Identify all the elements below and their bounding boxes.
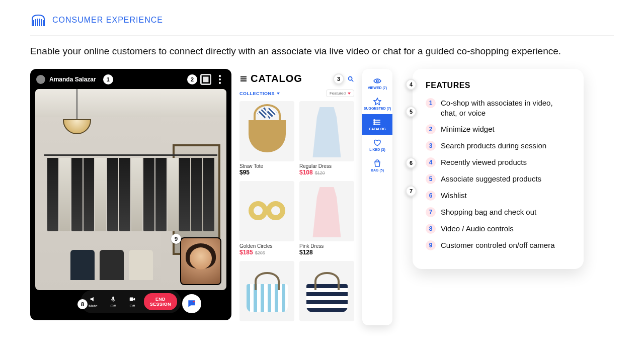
product-price: $95: [239, 169, 294, 176]
rail-liked[interactable]: LIKED (3): [362, 135, 392, 155]
feature-text: Wishlist: [441, 191, 467, 201]
feature-item: 6Wishlist: [426, 191, 571, 201]
feature-number: 3: [426, 141, 436, 151]
svg-point-8: [219, 78, 221, 80]
app-widget: Amanda Salazar 1 2: [30, 69, 392, 325]
menu-icon[interactable]: [239, 75, 248, 83]
product-card[interactable]: Regular Dress $108$120: [299, 101, 354, 176]
feature-item: 5Associate suggested products: [426, 174, 571, 184]
rail-catalog[interactable]: CATALOG: [362, 114, 392, 135]
callout-6: 6: [406, 157, 417, 168]
camera-toggle[interactable]: Off: [125, 295, 140, 309]
svg-point-18: [376, 80, 378, 82]
minimize-icon[interactable]: [200, 74, 211, 85]
feature-item: 3Search products during session: [426, 141, 571, 151]
svg-rect-11: [130, 297, 133, 301]
feature-number: 1: [426, 98, 436, 108]
product-card[interactable]: Pink Dress $128: [299, 181, 354, 256]
heart-icon: [373, 139, 381, 147]
feature-text: Search products during session: [441, 141, 546, 151]
feature-item: 9Customer controled on/off camera: [426, 240, 571, 250]
callout-8: 8: [77, 299, 88, 309]
list-icon: [373, 118, 381, 126]
side-rail: VIEWED (7) SUGGESTED (7) CATALOG LIKED (…: [362, 69, 392, 325]
feature-number: 9: [426, 240, 436, 250]
customer-self-video[interactable]: [180, 237, 221, 285]
product-card[interactable]: [239, 261, 294, 321]
star-icon: [373, 98, 381, 106]
product-price: $128: [299, 249, 354, 256]
product-card[interactable]: [299, 261, 354, 321]
svg-point-23: [374, 122, 375, 123]
feature-text: Co-shop with associates in video, chat, …: [441, 98, 571, 118]
end-session-button[interactable]: END SESSION: [144, 293, 177, 310]
rail-suggested[interactable]: SUGGESTED (7): [362, 94, 392, 114]
eye-icon: [373, 77, 381, 85]
features-card: FEATURES 1Co-shop with associates in vid…: [413, 69, 584, 269]
feature-text: Video / Audio controls: [441, 224, 514, 234]
product-card[interactable]: Golden Circles $185$205: [239, 181, 294, 256]
svg-point-9: [219, 82, 221, 84]
brand-logo-icon: [30, 12, 46, 28]
svg-rect-6: [202, 76, 209, 83]
product-name: Regular Dress: [299, 163, 354, 169]
callout-7: 7: [406, 186, 417, 197]
header-title: CONSUMER EXPERIENCE: [52, 16, 163, 25]
chevron-down-icon: [348, 93, 351, 95]
features-title: FEATURES: [426, 81, 571, 90]
feature-text: Associate suggested products: [441, 174, 541, 184]
video-panel: Amanda Salazar 1 2: [30, 69, 231, 320]
video-controls-bar: Mute Off Off END SESSION: [80, 290, 181, 313]
feature-number: 7: [426, 207, 436, 217]
bag-icon: [373, 159, 381, 167]
feature-number: 8: [426, 224, 436, 234]
feature-item: 8Video / Audio controls: [426, 224, 571, 234]
associate-name: Amanda Salazar: [49, 76, 96, 83]
collections-label: COLLECTIONS: [239, 91, 275, 96]
product-price: $185$205: [239, 249, 294, 256]
product-price: $108$120: [299, 169, 354, 176]
callout-4: 4: [406, 79, 417, 90]
callout-2: 2: [187, 74, 197, 84]
sort-label: Featured: [330, 91, 346, 96]
feature-number: 6: [426, 191, 436, 201]
feature-text: Shopping bag and check out: [441, 207, 536, 217]
search-icon[interactable]: [347, 75, 354, 82]
svg-point-22: [374, 120, 375, 121]
product-card[interactable]: Straw Tote $95: [239, 101, 294, 176]
page-subheading: Enable your online customers to connect …: [30, 46, 614, 57]
callout-1: 1: [103, 74, 113, 84]
callout-3: 3: [333, 73, 344, 84]
callout-9: 9: [171, 234, 181, 244]
feature-text: Minimize widget: [441, 124, 495, 134]
chat-toggle-button[interactable]: [182, 294, 201, 313]
product-name: Pink Dress: [299, 243, 354, 249]
feature-item: 1Co-shop with associates in video, chat,…: [426, 98, 571, 118]
rail-bag[interactable]: BAG (5): [362, 155, 392, 176]
svg-line-17: [352, 79, 354, 81]
sort-dropdown[interactable]: Featured: [326, 89, 354, 97]
mic-toggle[interactable]: Off: [106, 295, 121, 309]
feature-number: 4: [426, 157, 436, 167]
svg-point-16: [349, 76, 352, 80]
more-menu-icon[interactable]: [214, 74, 225, 85]
chevron-down-icon: [277, 93, 280, 95]
associate-avatar: [36, 75, 45, 84]
feature-item: 4Recently viewed products: [426, 157, 571, 167]
product-name: Golden Circles: [239, 243, 294, 249]
svg-point-7: [219, 75, 221, 77]
svg-point-12: [193, 301, 195, 302]
feature-text: Customer controled on/off camera: [441, 240, 555, 250]
svg-point-24: [374, 124, 375, 125]
feature-number: 5: [426, 174, 436, 184]
rail-viewed[interactable]: VIEWED (7): [362, 73, 392, 94]
feature-item: 7Shopping bag and check out: [426, 207, 571, 217]
callout-5: 5: [406, 106, 417, 117]
collections-dropdown[interactable]: COLLECTIONS: [239, 91, 280, 96]
feature-text: Recently viewed products: [441, 157, 527, 167]
catalog-title: CATALOG: [251, 73, 302, 84]
product-name: Straw Tote: [239, 163, 294, 169]
page-header: CONSUMER EXPERIENCE: [30, 12, 614, 36]
feature-number: 2: [426, 124, 436, 134]
feature-item: 2Minimize widget: [426, 124, 571, 134]
